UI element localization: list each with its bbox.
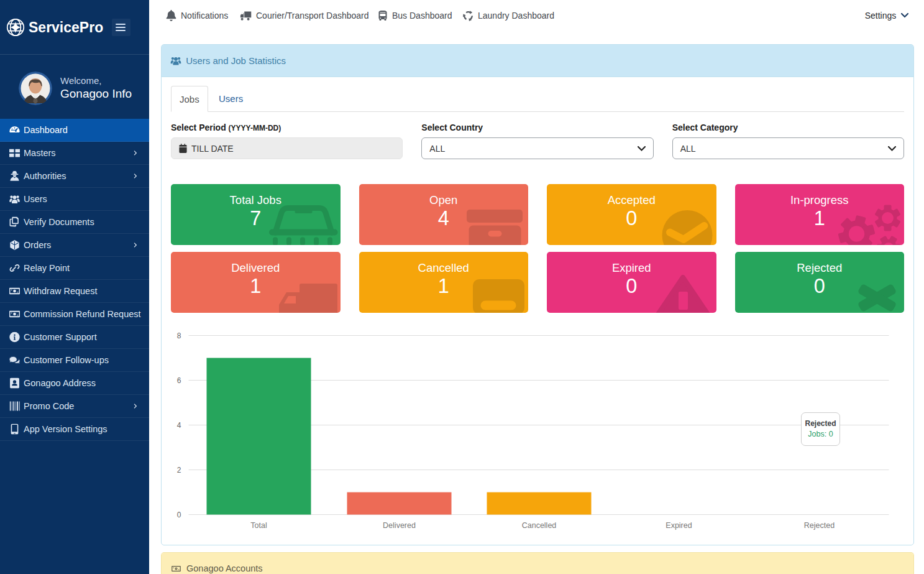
svg-text:2: 2 bbox=[177, 465, 181, 474]
svg-text:Rejected: Rejected bbox=[804, 521, 835, 530]
svg-text:Expired: Expired bbox=[666, 521, 692, 530]
svg-text:6: 6 bbox=[177, 376, 181, 384]
svg-text:0: 0 bbox=[177, 510, 181, 519]
svg-text:8: 8 bbox=[177, 331, 181, 340]
svg-text:Cancelled: Cancelled bbox=[522, 521, 557, 530]
svg-text:Delivered: Delivered bbox=[383, 521, 416, 530]
svg-text:4: 4 bbox=[177, 420, 181, 429]
svg-text:Total: Total bbox=[250, 521, 267, 530]
